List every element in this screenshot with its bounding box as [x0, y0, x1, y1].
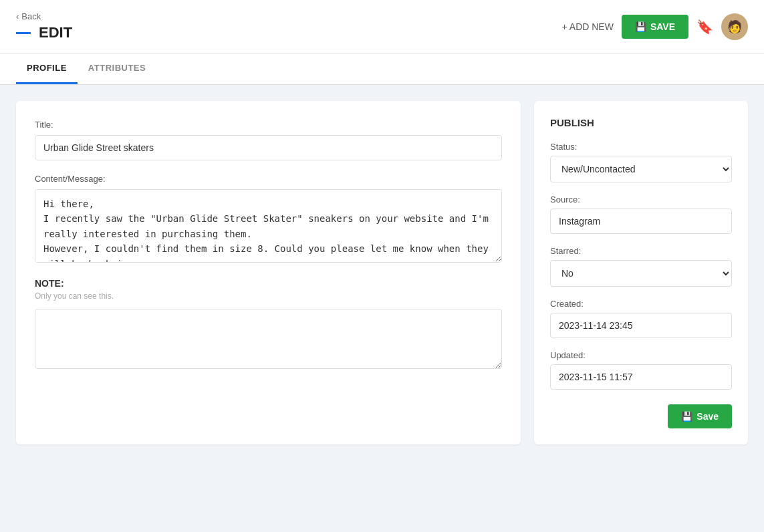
bookmark-icon[interactable]: 🔖	[696, 19, 713, 35]
title-dash-icon	[16, 32, 31, 34]
updated-label: Updated:	[550, 350, 732, 360]
left-panel: Title: Content/Message: Hi there, <span …	[16, 101, 521, 444]
starred-select[interactable]: No Yes	[550, 260, 732, 287]
save-top-button[interactable]: 💾 SAVE	[622, 15, 688, 39]
created-field-group: Created:	[550, 299, 732, 338]
starred-label: Starred:	[550, 246, 732, 256]
starred-field-group: Starred: No Yes	[550, 246, 732, 287]
back-chevron-icon: ‹	[16, 11, 19, 21]
top-bar-right: + ADD NEW 💾 SAVE 🔖 🧑	[562, 13, 749, 40]
note-textarea[interactable]	[35, 309, 502, 369]
note-subtitle: Only you can see this.	[35, 291, 502, 301]
source-label: Source:	[550, 194, 732, 205]
page-title-text: EDIT	[39, 24, 72, 41]
tab-profile[interactable]: PROFILE	[16, 53, 78, 84]
tabs-bar: PROFILE ATTRIBUTES	[0, 53, 764, 85]
main-content: Title: Content/Message: Hi there, <span …	[0, 85, 764, 460]
add-new-label: + ADD NEW	[562, 21, 614, 32]
avatar[interactable]: 🧑	[721, 13, 748, 40]
source-field-group: Source:	[550, 194, 732, 234]
content-field-group: Content/Message: Hi there, <span style="…	[35, 174, 502, 265]
status-label: Status:	[550, 142, 732, 152]
publish-title: PUBLISH	[550, 117, 732, 128]
source-input[interactable]	[550, 209, 732, 234]
back-label: Back	[21, 11, 41, 21]
page-title: EDIT	[16, 24, 72, 41]
back-link[interactable]: ‹ Back	[16, 11, 72, 21]
content-textarea[interactable]: Hi there, <span style="color:#1a6fe6;">I…	[35, 189, 502, 263]
avatar-image: 🧑	[727, 19, 742, 34]
right-panel: PUBLISH Status: New/Uncontacted Contacte…	[534, 101, 748, 444]
created-input	[550, 313, 732, 338]
content-label: Content/Message:	[35, 174, 502, 184]
add-new-button[interactable]: + ADD NEW	[562, 21, 614, 32]
top-bar: ‹ Back EDIT + ADD NEW 💾 SAVE 🔖 🧑	[0, 0, 764, 53]
title-input[interactable]	[35, 135, 502, 160]
tab-attributes[interactable]: ATTRIBUTES	[78, 53, 156, 84]
status-select[interactable]: New/Uncontacted Contacted Qualified Clos…	[550, 156, 732, 182]
top-bar-left: ‹ Back EDIT	[16, 11, 72, 41]
created-label: Created:	[550, 299, 732, 309]
save-bottom-icon: 💾	[681, 411, 692, 422]
save-bottom-label: Save	[696, 411, 719, 422]
content-textarea-wrapper: Hi there, <span style="color:#1a6fe6;">I…	[35, 189, 502, 265]
status-field-group: Status: New/Uncontacted Contacted Qualif…	[550, 142, 732, 182]
title-field-group: Title:	[35, 120, 502, 160]
title-label: Title:	[35, 120, 502, 130]
updated-field-group: Updated:	[550, 350, 732, 390]
save-top-label: SAVE	[650, 21, 675, 32]
note-title: NOTE:	[35, 278, 502, 289]
save-top-icon: 💾	[635, 21, 646, 32]
save-bottom-button[interactable]: 💾 Save	[668, 404, 732, 428]
note-section: NOTE: Only you can see this.	[35, 278, 502, 371]
updated-input	[550, 364, 732, 390]
